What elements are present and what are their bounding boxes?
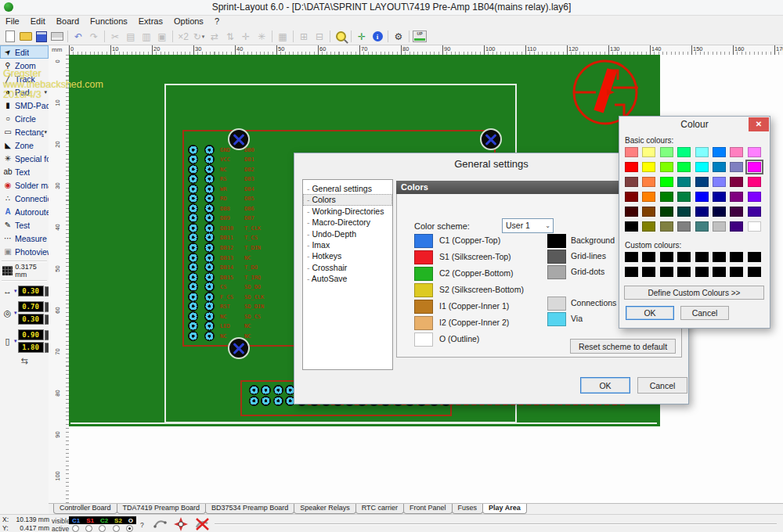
tool-zone[interactable]: ◣Zone <box>0 138 49 152</box>
align-icon[interactable]: ✛ <box>238 30 254 43</box>
track-width-control[interactable]: ↔▾0.30 <box>0 283 49 299</box>
through-hole-pad[interactable] <box>188 223 198 233</box>
active-layer-radio-c2[interactable] <box>99 525 106 532</box>
custom-colour-swatch[interactable] <box>677 267 691 277</box>
basic-colour-swatch[interactable] <box>748 207 761 217</box>
basic-colour-swatch[interactable] <box>713 177 726 187</box>
layer-colour-swatch[interactable] <box>414 332 433 347</box>
print-icon[interactable] <box>49 30 65 43</box>
connector-pad[interactable] <box>249 385 259 395</box>
tool-special-form[interactable]: ✳Special form <box>0 152 49 165</box>
custom-colour-swatch[interactable] <box>730 267 743 277</box>
colour-ok-button[interactable]: OK <box>626 306 674 320</box>
tool-photoview[interactable]: ▣Photoview <box>0 245 49 258</box>
mounting-hole[interactable] <box>480 128 502 150</box>
custom-colour-swatch[interactable] <box>660 267 673 277</box>
hide-connections-icon[interactable] <box>193 516 211 532</box>
tool-circle[interactable]: ○Circle <box>0 112 49 125</box>
tool-text[interactable]: abText <box>0 165 49 178</box>
layer-chip-o[interactable]: O <box>128 517 133 524</box>
basic-colour-swatch[interactable] <box>730 192 743 202</box>
other-colour-swatch[interactable] <box>547 297 566 311</box>
basic-colour-swatch[interactable] <box>748 192 761 202</box>
through-hole-pad[interactable] <box>204 184 215 194</box>
basic-colour-swatch[interactable] <box>730 177 743 187</box>
other-colour-swatch[interactable] <box>547 265 566 279</box>
close-icon[interactable]: ✕ <box>749 117 769 131</box>
tree-item-working-directories[interactable]: Working-Directories <box>303 206 392 217</box>
basic-colour-swatch[interactable] <box>660 207 673 217</box>
layer-chip-s2[interactable]: S2 <box>114 517 122 524</box>
paste-icon[interactable]: ▥ <box>139 30 154 43</box>
basic-colour-swatch[interactable] <box>642 221 655 232</box>
zoom-icon[interactable] <box>333 30 348 43</box>
tab-play-area[interactable]: Play Area <box>482 504 527 514</box>
through-hole-pad[interactable] <box>188 253 198 263</box>
basic-colour-swatch[interactable] <box>642 147 655 157</box>
custom-colour-swatch[interactable] <box>625 267 638 277</box>
menu-file[interactable]: File <box>0 16 25 27</box>
new-icon[interactable] <box>2 30 18 43</box>
define-custom-colours-button[interactable]: Define Custom Colours >> <box>624 286 764 300</box>
layer-colour-swatch[interactable] <box>414 300 433 314</box>
grid-setting-button[interactable]: 0.3175 mm <box>0 264 49 278</box>
open-icon[interactable] <box>18 30 34 43</box>
gear-icon[interactable]: ⚙ <box>391 30 406 43</box>
tool-edit[interactable]: ➤Edit <box>0 45 49 59</box>
ungroup-icon[interactable]: ⊟ <box>312 30 327 43</box>
basic-colour-swatch[interactable] <box>677 192 691 202</box>
active-layer-radio-o[interactable] <box>126 525 133 532</box>
redo-icon[interactable]: ↷ <box>86 30 102 43</box>
tab-speaker-relays[interactable]: Speaker Relays <box>294 504 356 514</box>
basic-colour-swatch[interactable] <box>695 177 709 187</box>
width-value[interactable]: 0.90 <box>18 329 44 340</box>
snap-icon[interactable]: ✳ <box>254 30 269 43</box>
through-hole-pad[interactable] <box>204 154 215 164</box>
active-layer-radio-s2[interactable] <box>113 525 120 532</box>
through-hole-pad[interactable] <box>204 272 215 282</box>
menu-edit[interactable]: Edit <box>25 16 51 27</box>
custom-colour-swatch[interactable] <box>695 267 709 277</box>
tool-smd-pad[interactable]: ▮SMD-Pad <box>0 99 49 112</box>
mirror-horizontal-icon[interactable]: ⇄ <box>207 30 222 43</box>
basic-colour-swatch[interactable] <box>625 192 638 202</box>
custom-colour-swatch[interactable] <box>713 252 726 262</box>
layer-colour-swatch[interactable] <box>414 316 433 330</box>
menu-board[interactable]: Board <box>51 16 85 27</box>
custom-colour-swatch[interactable] <box>730 252 743 262</box>
through-hole-pad[interactable] <box>204 145 215 155</box>
save-icon[interactable] <box>34 30 49 43</box>
tab-controller-board[interactable]: Controller Board <box>53 504 117 514</box>
through-hole-pad[interactable] <box>188 272 198 282</box>
tree-item-hotkeys[interactable]: Hotkeys <box>303 250 392 261</box>
cut-icon[interactable]: ✂ <box>107 30 123 43</box>
through-hole-pad[interactable] <box>204 311 215 322</box>
basic-colour-swatch[interactable] <box>695 192 709 202</box>
layer-help[interactable]: ? <box>140 521 144 529</box>
tab-fuses[interactable]: Fuses <box>452 504 484 514</box>
menu-options[interactable]: Options <box>168 16 209 27</box>
layer-colour-swatch[interactable] <box>414 267 433 281</box>
tree-item-autosave[interactable]: AutoSave <box>303 273 392 284</box>
basic-colour-swatch[interactable] <box>677 177 691 187</box>
tree-item-colors[interactable]: Colors <box>303 194 392 205</box>
tree-item-imax[interactable]: Imax <box>303 239 392 250</box>
update-icon[interactable]: UP <box>412 30 428 43</box>
active-layer-radio-c1[interactable] <box>72 525 79 532</box>
through-hole-pad[interactable] <box>204 203 215 214</box>
layer-chip-c1[interactable]: C1 <box>72 517 80 524</box>
layer-colour-swatch[interactable] <box>414 234 433 248</box>
basic-colour-swatch[interactable] <box>660 147 673 157</box>
basic-colour-swatch[interactable] <box>642 207 655 217</box>
basic-colour-swatch[interactable] <box>730 221 743 232</box>
custom-colour-swatch[interactable] <box>677 252 691 262</box>
basic-colour-swatch[interactable] <box>625 147 638 157</box>
footprint-icon[interactable]: ▦ <box>275 30 290 43</box>
basic-colour-swatch[interactable] <box>713 207 726 217</box>
basic-colour-swatch[interactable] <box>748 162 761 172</box>
duplicate-icon[interactable]: ▣ <box>154 30 170 43</box>
basic-colour-swatch[interactable] <box>748 177 761 187</box>
through-hole-pad[interactable] <box>204 262 215 272</box>
other-colour-swatch[interactable] <box>547 234 566 248</box>
through-hole-pad[interactable] <box>188 292 198 302</box>
